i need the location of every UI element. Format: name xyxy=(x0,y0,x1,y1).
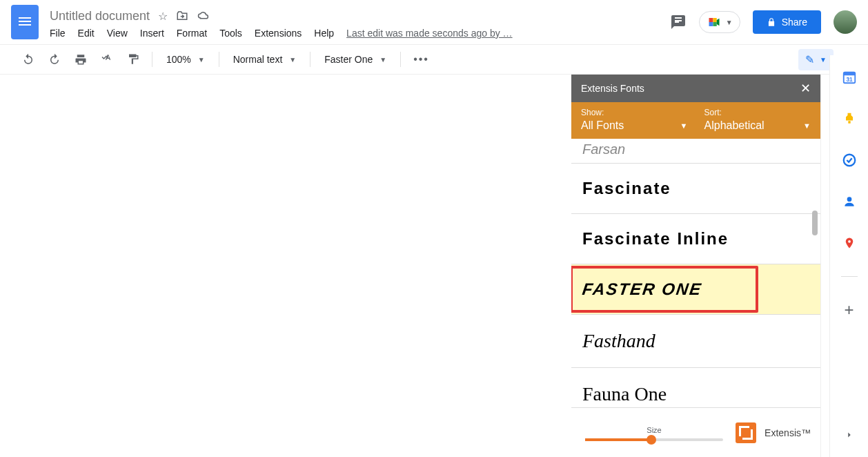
add-addon-button[interactable]: + xyxy=(841,302,858,318)
paint-format-button[interactable] xyxy=(124,50,142,68)
side-panel-rail: 31 + xyxy=(829,55,868,457)
font-item-fasthand[interactable]: Fasthand xyxy=(571,315,820,368)
panel-title: Extensis Fonts xyxy=(581,83,644,94)
menu-bar: File Edit View Insert Format Tools Exten… xyxy=(50,28,513,39)
menu-view[interactable]: View xyxy=(107,28,128,39)
svg-rect-0 xyxy=(709,18,713,22)
svg-rect-3 xyxy=(713,22,716,26)
undo-button[interactable] xyxy=(19,50,37,68)
sort-label: Sort: xyxy=(704,108,811,117)
maps-icon[interactable] xyxy=(841,235,858,251)
font-list-scrollbar[interactable] xyxy=(812,139,819,407)
menu-edit[interactable]: Edit xyxy=(78,28,95,39)
account-avatar[interactable] xyxy=(834,10,857,34)
show-dropdown[interactable]: All Fonts▼ xyxy=(581,119,688,132)
menu-tools[interactable]: Tools xyxy=(219,28,242,39)
font-item-farsan[interactable]: Farsan xyxy=(571,139,820,164)
toolbar: 100%▼ Normal text▼ Faster One▼ ••• ✎ ▼ xyxy=(0,44,868,75)
extensis-fonts-panel: Extensis Fonts ✕ Show: All Fonts▼ Sort: … xyxy=(571,75,821,457)
extensis-logo-icon xyxy=(736,422,756,443)
font-item-fascinate[interactable]: Fascinate xyxy=(571,164,820,214)
menu-format[interactable]: Format xyxy=(177,28,207,39)
font-item-faster-one[interactable]: Faster One xyxy=(571,264,820,315)
size-label: Size xyxy=(581,426,727,434)
menu-help[interactable]: Help xyxy=(314,28,334,39)
zoom-dropdown[interactable]: 100%▼ xyxy=(162,54,209,65)
font-item-fauna-one[interactable]: Fauna One xyxy=(571,368,820,407)
document-title[interactable]: Untitled document xyxy=(50,9,150,23)
last-edit-link[interactable]: Last edit was made seconds ago by … xyxy=(346,28,512,39)
print-button[interactable] xyxy=(72,50,90,68)
svg-rect-1 xyxy=(713,18,716,22)
share-label: Share xyxy=(782,17,807,28)
more-toolbar-button[interactable]: ••• xyxy=(411,50,432,68)
star-icon[interactable]: ☆ xyxy=(158,10,168,23)
svg-rect-2 xyxy=(709,22,713,26)
font-list: Farsan Fascinate Fascinate Inline Faster… xyxy=(571,139,820,407)
spellcheck-button[interactable] xyxy=(98,50,116,68)
menu-file[interactable]: File xyxy=(50,28,66,39)
meet-button[interactable]: ▼ xyxy=(699,11,740,33)
cloud-status-icon[interactable] xyxy=(197,10,210,22)
font-item-fascinate-inline[interactable]: Fascinate Inline xyxy=(571,214,820,264)
contacts-icon[interactable] xyxy=(841,193,858,210)
style-dropdown[interactable]: Normal text▼ xyxy=(229,54,300,65)
redo-button[interactable] xyxy=(46,50,63,68)
calendar-icon[interactable]: 31 xyxy=(841,69,858,86)
show-label: Show: xyxy=(581,108,688,117)
extensis-brand: Extensis™ xyxy=(765,427,811,438)
keep-icon[interactable] xyxy=(841,110,858,127)
sort-dropdown[interactable]: Alphabetical▼ xyxy=(704,119,811,132)
menu-insert[interactable]: Insert xyxy=(140,28,164,39)
svg-point-10 xyxy=(847,197,851,202)
docs-logo[interactable] xyxy=(11,5,39,39)
svg-text:31: 31 xyxy=(846,77,853,83)
font-dropdown[interactable]: Faster One▼ xyxy=(320,54,391,65)
share-button[interactable]: Share xyxy=(753,10,821,34)
collapse-rail-button[interactable] xyxy=(841,427,858,443)
move-icon[interactable] xyxy=(176,10,188,22)
comment-history-icon[interactable] xyxy=(670,14,687,30)
svg-rect-7 xyxy=(843,72,855,76)
editing-mode-button[interactable]: ✎ ▼ xyxy=(798,49,834,70)
close-panel-button[interactable]: ✕ xyxy=(800,81,811,96)
svg-point-11 xyxy=(848,240,851,243)
size-slider[interactable] xyxy=(585,438,723,441)
pencil-icon: ✎ xyxy=(805,53,814,66)
menu-extensions[interactable]: Extensions xyxy=(255,28,302,39)
tasks-icon[interactable] xyxy=(841,152,858,168)
